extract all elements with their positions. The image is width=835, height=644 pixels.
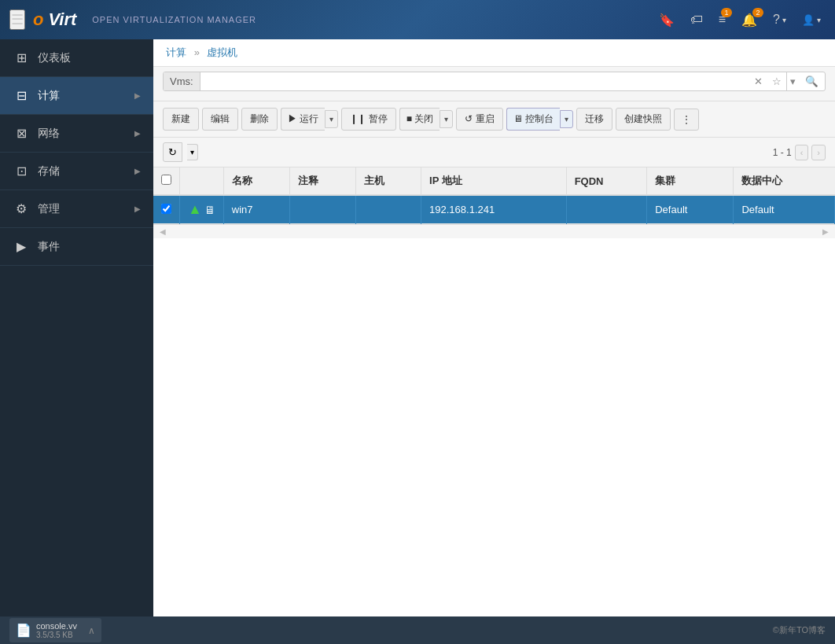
next-page-button[interactable]: › <box>811 145 826 160</box>
table-toolbar: ↻ ▾ 1 - 1 ‹ › <box>153 138 835 167</box>
clear-search-button[interactable]: ✕ <box>749 72 767 90</box>
new-vm-button[interactable]: 新建 <box>163 108 199 131</box>
events-icon: ▶ <box>13 239 30 254</box>
logo-virt: Virt <box>48 9 76 30</box>
notifications-button[interactable]: 🔔 2 <box>737 9 762 31</box>
select-all-checkbox[interactable] <box>161 175 171 185</box>
run-vm-dropdown-button[interactable]: ▾ <box>325 110 338 128</box>
snapshot-vm-button[interactable]: 创建快照 <box>616 108 671 131</box>
vm-table: 名称 注释 主机 IP 地址 FQDN 集群 数据中心 <box>153 167 835 224</box>
sidebar-item-storage-label: 存储 <box>38 164 127 178</box>
refresh-dropdown-button[interactable]: ▾ <box>187 144 198 160</box>
network-expand-arrow: ▶ <box>134 129 141 138</box>
tasks-badge: 1 <box>721 8 732 17</box>
ovirt-logo: oVirt <box>33 9 76 30</box>
table-header-row: 名称 注释 主机 IP 地址 FQDN 集群 数据中心 <box>153 167 835 195</box>
table-row[interactable]: ▲ 🖥 win7 192.168.1.241 Default Default <box>153 195 835 224</box>
main-layout: ⊞ 仪表板 ⊟ 计算 ▶ ⊠ 网络 ▶ ⊡ 存储 ▶ ⚙ 管理 ▶ ▶ 事件 <box>0 39 835 616</box>
breadcrumb-current-link[interactable]: 虚拟机 <box>207 46 237 58</box>
user-dropdown-arrow: ▾ <box>817 16 821 24</box>
notifications-badge: 2 <box>752 8 763 17</box>
admin-icon: ⚙ <box>13 201 30 216</box>
user-icon: 👤 <box>802 14 815 26</box>
file-icon: 📄 <box>16 623 31 638</box>
breadcrumb-parent-link[interactable]: 计算 <box>166 46 186 58</box>
shutdown-vm-group: ■ 关闭 ▾ <box>399 108 454 131</box>
col-ip: IP 地址 <box>421 167 567 195</box>
sidebar-item-compute[interactable]: ⊟ 计算 ▶ <box>0 77 153 115</box>
download-close-button[interactable]: ∧ <box>88 625 95 636</box>
run-vm-group: ▶ 运行 ▾ <box>281 108 338 131</box>
refresh-button[interactable]: ↻ <box>163 142 182 162</box>
prev-page-button[interactable]: ‹ <box>795 145 809 160</box>
sidebar-item-network[interactable]: ⊠ 网络 ▶ <box>0 115 153 153</box>
pause-vm-button[interactable]: ❙❙ 暂停 <box>341 108 395 131</box>
search-submit-button[interactable]: 🔍 <box>799 72 825 90</box>
download-filesize: 3.5/3.5 KB <box>36 631 77 639</box>
col-cluster: 集群 <box>647 167 734 195</box>
edit-vm-button[interactable]: 编辑 <box>202 108 238 131</box>
col-fqdn: FQDN <box>566 167 647 195</box>
search-bar: Vms: ✕ ☆ ▾ 🔍 <box>163 72 826 91</box>
shutdown-dropdown-button[interactable]: ▾ <box>440 110 453 128</box>
storage-icon: ⊡ <box>13 164 30 178</box>
vm-status-icons: ▲ 🖥 <box>188 201 215 218</box>
bottom-bar: 📄 console.vv 3.5/3.5 KB ∧ ©新年TO博客 <box>0 616 835 644</box>
console-dropdown-button[interactable]: ▾ <box>560 110 573 128</box>
tag-button[interactable]: 🏷 <box>686 9 708 30</box>
scroll-right-arrow[interactable]: ▶ <box>822 227 829 236</box>
sidebar-item-storage[interactable]: ⊡ 存储 ▶ <box>0 153 153 190</box>
help-dropdown-arrow: ▾ <box>782 16 786 24</box>
network-icon: ⊠ <box>13 126 30 141</box>
table-area: ↻ ▾ 1 - 1 ‹ › 名称 注释 <box>153 138 835 616</box>
admin-expand-arrow: ▶ <box>134 204 141 213</box>
search-input[interactable] <box>200 72 749 90</box>
row-datacenter-cell: Default <box>734 195 835 224</box>
delete-vm-button[interactable]: 删除 <box>241 108 278 131</box>
scroll-left-arrow[interactable]: ◀ <box>160 227 166 236</box>
console-vm-button[interactable]: 🖥 控制台 <box>506 108 560 131</box>
download-filename: console.vv <box>36 621 77 631</box>
app-name: OPEN VIRTUALIZATION MANAGER <box>92 15 256 24</box>
sidebar-item-network-label: 网络 <box>38 127 127 141</box>
help-button[interactable]: ? ▾ <box>768 9 791 30</box>
sidebar: ⊞ 仪表板 ⊟ 计算 ▶ ⊠ 网络 ▶ ⊡ 存储 ▶ ⚙ 管理 ▶ ▶ 事件 <box>0 39 153 616</box>
user-menu-button[interactable]: 👤 ▾ <box>797 11 826 29</box>
sidebar-item-dashboard[interactable]: ⊞ 仪表板 <box>0 39 153 77</box>
header-icons: 🔖 🏷 ≡ 1 🔔 2 ? ▾ 👤 ▾ <box>654 9 826 31</box>
sidebar-item-events-label: 事件 <box>38 240 141 254</box>
col-status <box>180 167 224 195</box>
bookmark-search-button[interactable]: ☆ <box>767 72 786 90</box>
sidebar-item-compute-label: 计算 <box>38 89 127 103</box>
row-fqdn-cell <box>566 195 647 224</box>
sidebar-item-admin[interactable]: ⚙ 管理 ▶ <box>0 190 153 228</box>
run-vm-button[interactable]: ▶ 运行 <box>281 108 325 131</box>
top-header: ☰ oVirt OPEN VIRTUALIZATION MANAGER 🔖 🏷 … <box>0 0 835 39</box>
help-icon: ? <box>773 13 780 27</box>
download-item[interactable]: 📄 console.vv 3.5/3.5 KB ∧ <box>9 618 101 642</box>
shutdown-vm-button[interactable]: ■ 关闭 <box>399 108 440 131</box>
main-content: 计算 » 虚拟机 Vms: ✕ ☆ ▾ 🔍 新建 编辑 删除 ▶ 运行 ▾ <box>153 39 835 616</box>
sidebar-item-admin-label: 管理 <box>38 202 127 216</box>
more-actions-button[interactable]: ⋮ <box>674 109 699 131</box>
sidebar-item-events[interactable]: ▶ 事件 <box>0 228 153 266</box>
row-checkbox-cell[interactable] <box>153 195 180 224</box>
search-dropdown-button[interactable]: ▾ <box>786 72 799 90</box>
row-checkbox[interactable] <box>161 204 171 214</box>
table-scroll-bar[interactable]: ◀ ▶ <box>153 224 835 238</box>
hamburger-menu-button[interactable]: ☰ <box>9 9 25 30</box>
bottom-watermark: ©新年TO博客 <box>773 624 826 636</box>
vm-screen-icon: 🖥 <box>204 204 215 216</box>
storage-expand-arrow: ▶ <box>134 167 141 175</box>
compute-expand-arrow: ▶ <box>134 91 141 100</box>
col-comment: 注释 <box>290 167 355 195</box>
sidebar-item-dashboard-label: 仪表板 <box>38 51 141 65</box>
pagination-text: 1 - 1 <box>773 147 792 158</box>
restart-vm-button[interactable]: ↺ 重启 <box>456 108 502 131</box>
logo-o: o <box>33 9 43 30</box>
migrate-vm-button[interactable]: 迁移 <box>576 108 612 131</box>
col-name: 名称 <box>223 167 290 195</box>
bookmark-button[interactable]: 🔖 <box>654 9 679 31</box>
row-name-cell: win7 <box>223 195 290 224</box>
tasks-button[interactable]: ≡ 1 <box>714 9 730 30</box>
